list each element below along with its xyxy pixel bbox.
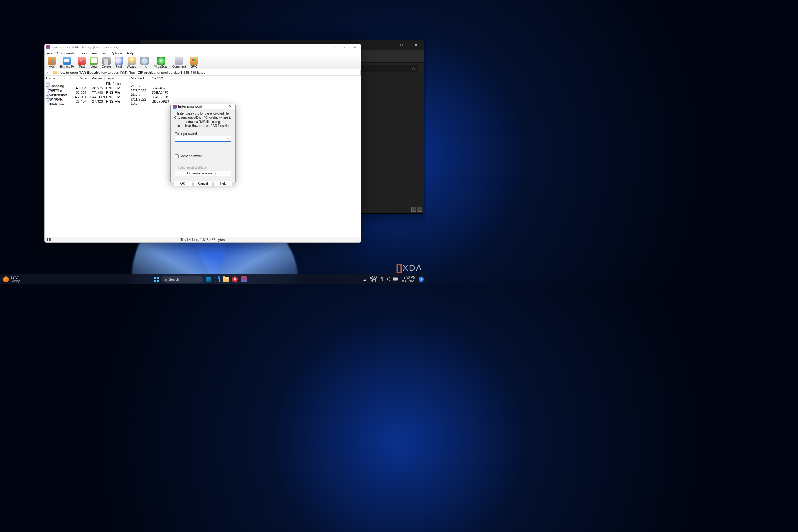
tool-view[interactable]: View xyxy=(88,57,100,69)
cancel-button[interactable]: Cancel xyxy=(194,181,212,186)
table-row[interactable]: ..File folder xyxy=(45,81,361,86)
bg-view-details-icon[interactable] xyxy=(411,207,416,211)
notification-badge[interactable]: 5 xyxy=(419,277,424,282)
dialog-title: Enter password xyxy=(178,104,227,108)
winrar-app-icon xyxy=(46,45,50,50)
tray-overflow-button[interactable] xyxy=(356,278,359,281)
magnifier-icon xyxy=(115,57,123,64)
col-size[interactable]: Size xyxy=(71,76,88,81)
wand-icon xyxy=(128,57,136,64)
folder-open-icon xyxy=(63,57,71,64)
bg-search-box[interactable]: ⌕ xyxy=(354,64,418,72)
menu-file[interactable]: File xyxy=(45,51,55,55)
winrar-icon xyxy=(241,277,247,282)
close-button[interactable]: ✕ xyxy=(350,44,359,50)
search-icon: ⌕ xyxy=(165,278,167,281)
wifi-icon xyxy=(380,277,384,282)
tool-wizard[interactable]: Wizard xyxy=(125,57,138,69)
table-row[interactable]: Screenshot 2022...1,463,1581,445,069PNG … xyxy=(45,95,361,99)
folder-icon xyxy=(53,71,57,74)
sun-icon xyxy=(3,277,9,282)
tool-comment[interactable]: Comment xyxy=(170,57,188,69)
winrar-titlebar[interactable]: How to open RAR files.zip (evaluation co… xyxy=(45,44,361,50)
dialog-close-button[interactable]: ✕ xyxy=(227,104,233,109)
taskbar-weather[interactable]: 19°C Sunny xyxy=(0,276,44,283)
tool-extract[interactable]: Extract To xyxy=(58,57,76,69)
xda-watermark: [ ]XDA xyxy=(396,263,422,273)
sfx-icon xyxy=(190,57,198,64)
taskbar-app-explorer[interactable] xyxy=(223,276,230,283)
check-icon xyxy=(78,57,86,64)
table-row[interactable]: WinRAR install s...28,40727,320PNG File2… xyxy=(45,99,361,103)
password-dropdown-button[interactable] xyxy=(226,136,231,141)
ok-button[interactable]: OK xyxy=(173,181,192,186)
tool-sfx[interactable]: SFX xyxy=(188,57,200,69)
organize-passwords-button[interactable]: Organize passwords... xyxy=(175,171,231,176)
file-icon xyxy=(46,95,49,99)
archive-path-bar[interactable]: How to open RAR files.zip\How to open RA… xyxy=(51,70,361,75)
tool-find[interactable]: Find xyxy=(113,57,125,69)
file-icon xyxy=(46,91,49,94)
menu-favorites[interactable]: Favorites xyxy=(90,51,108,55)
col-modified[interactable]: Modified xyxy=(130,76,150,81)
chevron-up-icon xyxy=(356,278,359,281)
bg-minimize-button[interactable]: ─ xyxy=(382,43,392,47)
show-password-checkbox[interactable]: Show password xyxy=(175,154,231,158)
bg-maximize-button[interactable]: □ xyxy=(397,43,406,47)
help-button[interactable]: Help xyxy=(214,181,232,186)
taskbar-app-winrar[interactable] xyxy=(240,276,247,283)
task-view-button[interactable] xyxy=(205,276,212,283)
taskbar-app-edge[interactable] xyxy=(214,276,221,283)
taskbar-app-vivaldi[interactable]: V xyxy=(231,276,239,283)
table-row[interactable]: Choosing where ...40,05738,575PNG File2/… xyxy=(45,86,361,90)
menu-help[interactable]: Help xyxy=(125,51,136,55)
col-name[interactable]: Name xyxy=(45,76,71,81)
search-icon: ⌕ xyxy=(412,65,415,71)
taskbar-search[interactable]: ⌕ Search xyxy=(162,276,203,283)
winrar-toolbar: Add Extract To Test View Delete Find Wiz… xyxy=(45,56,361,69)
drive-icon xyxy=(46,238,51,241)
enter-password-dialog: Enter password ✕ Enter password for the … xyxy=(170,104,235,183)
vivaldi-icon: V xyxy=(232,277,238,282)
col-type[interactable]: Type xyxy=(105,76,130,81)
dialog-titlebar[interactable]: Enter password ✕ xyxy=(171,104,235,109)
taskbar-clock[interactable]: 2:33 PM3/31/2023 xyxy=(401,276,416,283)
tool-virusscan[interactable]: VirusScan xyxy=(152,57,170,69)
volume-icon xyxy=(386,277,391,282)
tray-onedrive-icon[interactable]: ☁ xyxy=(363,277,367,282)
menu-commands[interactable]: Commands xyxy=(55,51,77,55)
maximize-button[interactable]: □ xyxy=(340,44,350,50)
menu-tools[interactable]: Tools xyxy=(77,51,90,55)
svg-point-0 xyxy=(382,280,382,281)
tool-info[interactable]: Info xyxy=(138,57,150,69)
start-button[interactable] xyxy=(153,276,160,283)
up-folder-button[interactable]: ↑ xyxy=(45,71,51,74)
winrar-title-text: How to open RAR files.zip (evaluation co… xyxy=(52,45,120,49)
svg-rect-3 xyxy=(393,278,397,280)
tool-add[interactable]: Add xyxy=(46,57,58,69)
taskbar: 19°C Sunny ⌕ Search V ☁ ENGINTL xyxy=(0,274,426,284)
menu-options[interactable]: Options xyxy=(108,51,125,55)
tool-delete[interactable]: Delete xyxy=(100,57,113,69)
winrar-menubar: File Commands Tools Favorites Options He… xyxy=(45,50,361,56)
stack-icon xyxy=(48,57,56,64)
file-icon xyxy=(46,100,49,103)
password-label: Enter password xyxy=(175,132,231,135)
system-tray[interactable] xyxy=(380,277,398,282)
table-row[interactable]: RAR file open in ...83,86477,940PNG File… xyxy=(45,90,361,95)
language-indicator[interactable]: ENGINTL xyxy=(370,276,377,283)
trash-icon xyxy=(102,57,111,64)
minimize-button[interactable]: ─ xyxy=(331,44,340,50)
comment-icon xyxy=(175,57,183,64)
bg-close-button[interactable]: ✕ xyxy=(411,43,421,47)
col-crc32[interactable]: CRC32 xyxy=(150,76,167,81)
chevron-down-icon xyxy=(227,138,230,140)
svg-rect-2 xyxy=(397,278,398,280)
bg-view-large-icon[interactable] xyxy=(417,207,422,211)
password-input[interactable] xyxy=(175,136,231,141)
col-packed[interactable]: Packed xyxy=(88,76,105,81)
file-icon xyxy=(46,87,49,90)
tool-test[interactable]: Test xyxy=(76,57,88,69)
folder-icon xyxy=(223,277,229,282)
folder-icon xyxy=(46,82,50,85)
